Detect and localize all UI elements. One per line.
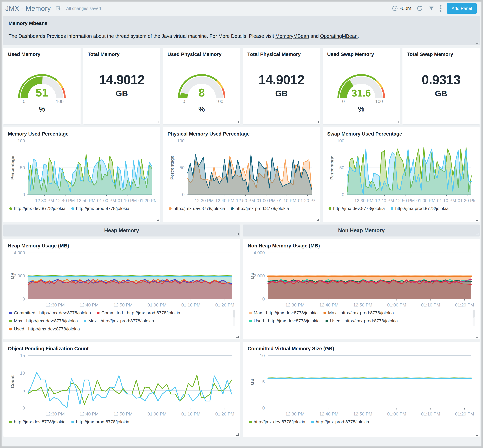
legend-item[interactable]: Max - http://jmx-prod:8778/jolokia xyxy=(324,310,394,316)
section-title: Non Heap Memory xyxy=(338,227,385,234)
legend-item[interactable]: Used - http://jmx-dev:8778/jolokia xyxy=(9,326,80,332)
svg-text:01:00 PM: 01:00 PM xyxy=(416,198,435,203)
svg-text:01:10 PM: 01:10 PM xyxy=(118,198,137,203)
legend-item[interactable]: http://jmx-dev:8778/jolokia xyxy=(249,419,305,424)
panel-total-swap-memory: Total Swap Memory 0.9313 GB xyxy=(402,48,480,125)
legend-item[interactable]: http://jmx-prod:8778/jolokia xyxy=(71,206,129,211)
legend-series-label: Committed - http://jmx-dev:8778/jolokia xyxy=(14,310,91,316)
operatingmbean-link[interactable]: OperatingMBean xyxy=(320,33,357,39)
resize-handle[interactable] xyxy=(236,336,239,338)
legend-item[interactable]: Committed - http://jmx-prod:8778/jolokia xyxy=(97,310,180,316)
legend-item[interactable]: http://jmx-dev:8778/jolokia xyxy=(169,206,225,211)
svg-text:100: 100 xyxy=(18,138,25,144)
resize-handle[interactable] xyxy=(476,433,478,436)
refresh-icon[interactable] xyxy=(416,5,423,12)
resize-handle[interactable] xyxy=(236,433,239,436)
legend-item[interactable]: Committed - http://jmx-dev:8778/jolokia xyxy=(9,310,91,316)
svg-text:01:20 PM: 01:20 PM xyxy=(455,411,474,416)
stat-value: 0.9313 xyxy=(422,72,460,87)
resize-handle[interactable] xyxy=(476,336,478,338)
committed-virtual-memory-size-chart[interactable]: 051012:30 PM12:40 PM12:50 PM01:00 PM01:1… xyxy=(248,352,475,418)
filter-icon[interactable] xyxy=(428,5,434,11)
svg-text:12:50 PM: 12:50 PM xyxy=(76,198,95,203)
svg-text:12:30 PM: 12:30 PM xyxy=(195,198,214,203)
panel-memory-mbeans: Memory Mbeans The Dashboards Provides in… xyxy=(3,16,480,45)
resize-handle[interactable] xyxy=(317,121,319,123)
legend-item[interactable]: Used - http://jmx-prod:8778/jolokia xyxy=(325,318,398,324)
resize-handle[interactable] xyxy=(476,219,478,221)
svg-text:01:20 PM: 01:20 PM xyxy=(215,302,234,307)
svg-text:0: 0 xyxy=(342,192,344,197)
share-icon[interactable] xyxy=(55,6,61,11)
svg-text:01:10 PM: 01:10 PM xyxy=(421,411,440,416)
svg-text:12:30 PM: 12:30 PM xyxy=(285,302,304,307)
kebab-menu-icon[interactable] xyxy=(439,5,442,12)
legend-series-label: http://jmx-prod:8778/jolokia xyxy=(316,419,369,424)
stat-value: 14.9012 xyxy=(258,72,304,87)
svg-text:MB: MB xyxy=(10,272,15,279)
legend-series-dot-icon xyxy=(249,320,252,322)
legend-item[interactable]: Max - http://jmx-dev:8778/jolokia xyxy=(9,318,78,324)
object-pending-finalization-count-chart[interactable]: 05101512:30 PM12:40 PM12:50 PM01:00 PM01… xyxy=(8,352,235,418)
legend-scrollbar[interactable] xyxy=(473,310,475,326)
svg-text:0: 0 xyxy=(23,405,25,410)
legend-item[interactable]: http://jmx-dev:8778/jolokia xyxy=(329,206,385,211)
legend-item[interactable]: http://jmx-prod:8778/jolokia xyxy=(231,206,289,211)
svg-text:0: 0 xyxy=(262,405,265,410)
physical-memory-used-percentage-chart[interactable]: 05010012:30 PM12:40 PM12:50 PM01:00 PM01… xyxy=(167,137,315,205)
legend-item[interactable]: Max - http://jmx-prod:8778/jolokia xyxy=(84,318,154,324)
legend-item[interactable]: http://jmx-dev:8778/jolokia xyxy=(9,206,65,211)
resize-handle[interactable] xyxy=(157,121,159,123)
timeseries-svg: 05010012:30 PM12:40 PM12:50 PM01:00 PM01… xyxy=(8,137,156,205)
svg-text:01:10 PM: 01:10 PM xyxy=(277,198,296,203)
legend-item[interactable]: http://jmx-dev:8778/jolokia xyxy=(9,419,65,424)
non-heap-memory-usage-chart[interactable]: 02,0004,00012:30 PM12:40 PM12:50 PM01:00… xyxy=(248,249,475,309)
panel-title: Total Swap Memory xyxy=(407,51,453,57)
sparkline xyxy=(264,109,299,109)
stats-row: Used Memory 010051 % Total Memory 14.901… xyxy=(3,48,480,125)
resize-handle[interactable] xyxy=(476,121,478,123)
legend-series-dot-icon xyxy=(9,320,12,322)
memory-used-percentage-chart[interactable]: 05010012:30 PM12:40 PM12:50 PM01:00 PM01… xyxy=(8,137,156,205)
legend-series-label: http://jmx-dev:8778/jolokia xyxy=(254,419,305,424)
legend-item[interactable]: Used - http://jmx-dev:8778/jolokia xyxy=(249,318,320,324)
svg-text:Percentage: Percentage xyxy=(10,156,15,180)
memorymbean-link[interactable]: MemoryMBean xyxy=(275,33,309,39)
legend-series-label: Max - http://jmx-dev:8778/jolokia xyxy=(14,318,78,324)
resize-handle[interactable] xyxy=(396,121,398,123)
svg-text:0: 0 xyxy=(23,296,25,302)
panel-title: Used Memory xyxy=(8,51,40,57)
save-status: All changes saved xyxy=(66,6,101,11)
resize-handle[interactable] xyxy=(236,233,239,235)
clock-icon xyxy=(392,5,398,11)
swap-memory-used-percentage-chart[interactable]: 05010012:30 PM12:40 PM12:50 PM01:00 PM01… xyxy=(327,137,475,205)
resize-handle[interactable] xyxy=(317,219,319,221)
resize-handle[interactable] xyxy=(476,233,478,235)
legend-scrollbar[interactable] xyxy=(233,310,235,326)
legend-series-label: Max - http://jmx-prod:8778/jolokia xyxy=(88,318,154,324)
time-range-picker[interactable]: -60m xyxy=(392,5,411,11)
svg-text:0: 0 xyxy=(342,99,345,103)
legend-item[interactable]: Max - http://jmx-dev:8778/jolokia xyxy=(249,310,318,316)
resize-handle[interactable] xyxy=(157,219,159,221)
svg-text:01:00 PM: 01:00 PM xyxy=(147,302,166,307)
gauge-unit: % xyxy=(39,105,45,113)
heap-memory-usage-chart[interactable]: 02,0004,00012:30 PM12:40 PM12:50 PM01:00… xyxy=(8,249,235,309)
legend-series-label: http://jmx-prod:8778/jolokia xyxy=(236,206,289,211)
legend-item[interactable]: http://jmx-prod:8778/jolokia xyxy=(391,206,449,211)
legend-item[interactable]: http://jmx-prod:8778/jolokia xyxy=(311,419,369,424)
resize-handle[interactable] xyxy=(237,121,239,123)
add-panel-button[interactable]: Add Panel xyxy=(447,3,477,14)
svg-text:10: 10 xyxy=(260,353,265,358)
panel-used-physical-memory: Used Physical Memory 01008 % xyxy=(163,48,240,125)
legend-item[interactable]: http://jmx-prod:8778/jolokia xyxy=(71,419,129,424)
svg-text:50: 50 xyxy=(339,165,344,170)
resize-handle[interactable] xyxy=(476,42,478,44)
legend-series-dot-icon xyxy=(9,207,12,210)
svg-text:0: 0 xyxy=(23,192,25,197)
timeseries-svg: 02,0004,00012:30 PM12:40 PM12:50 PM01:00… xyxy=(248,249,475,309)
resize-handle[interactable] xyxy=(77,121,79,123)
svg-text:12:40 PM: 12:40 PM xyxy=(56,198,75,203)
svg-text:01:10 PM: 01:10 PM xyxy=(181,302,200,307)
legend-series-label: http://jmx-dev:8778/jolokia xyxy=(333,206,385,211)
